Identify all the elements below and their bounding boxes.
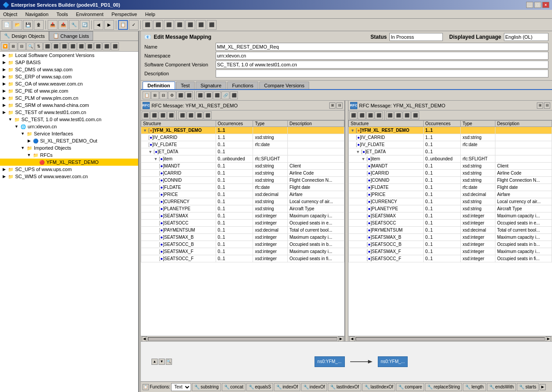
node-expand-3[interactable]: ▼: [148, 150, 152, 154]
left-table-row-6[interactable]: [●]CARRID 0..1 xsd:string Airline Code: [141, 170, 344, 177]
right-table-row-17[interactable]: [●]SEATSMAX_F 0..1 xsd:integer Maximum c…: [349, 248, 552, 255]
activate-button[interactable]: 📋: [118, 20, 128, 30]
tree-item-12[interactable]: ▼📁Service Interfaces: [0, 130, 138, 137]
right-table-row-0[interactable]: ▼ [●]YFM_XL_REST_DEMO 1..1: [349, 127, 552, 134]
right-scroll-track[interactable]: [356, 337, 545, 341]
left-pane-expand[interactable]: ⊞: [329, 102, 335, 109]
tree-expander-10[interactable]: ▼: [7, 116, 13, 122]
tree-item-14[interactable]: ▼📁Imported Objects: [0, 144, 138, 151]
map-btn9[interactable]: ⬛: [213, 91, 221, 99]
tree-item-16[interactable]: 🔴YFM_XL_REST_DEMO: [0, 159, 138, 166]
tree-item-1[interactable]: ▶📁Local Software Component Versions: [0, 52, 138, 59]
nav2-button[interactable]: ⬛: [153, 20, 163, 30]
left-table-row-18[interactable]: [●]SEATSOCC_F 0..1 xsd:integer Occupied …: [141, 255, 344, 262]
right-node-expand-3[interactable]: ▼: [356, 150, 360, 154]
rp-btn3[interactable]: ⬛: [366, 111, 374, 119]
func-equalss[interactable]: 🔧 equalsS: [246, 383, 273, 391]
left-table-row-16[interactable]: [●]SEATSOCC_B 0..1 xsd:integer Occupied …: [141, 241, 344, 248]
tree-expander-12[interactable]: ▼: [20, 131, 26, 137]
nav3-button[interactable]: ⬛: [164, 20, 174, 30]
tree-expander-16[interactable]: [32, 159, 38, 165]
right-table-row-7[interactable]: [●]CONNID 0..1 xsd:string Flight Connect…: [349, 177, 552, 184]
right-pane-expand[interactable]: ⊞: [537, 102, 543, 109]
left-btn6[interactable]: ⬛: [43, 42, 51, 50]
tree-expander-11[interactable]: ▼: [13, 123, 20, 130]
tree-expander-17[interactable]: ▶: [1, 166, 7, 172]
tree-expander-9[interactable]: ▶: [1, 109, 7, 115]
left-table-row-11[interactable]: [●]PLANETYPE 0..1 xsd:string Aircraft Ty…: [141, 205, 344, 212]
right-table-row-11[interactable]: [●]PLANETYPE 0..1 xsd:string Aircraft Ty…: [349, 205, 552, 212]
map-btn4[interactable]: ⚙: [168, 91, 176, 99]
func-concat[interactable]: 🔧 concat: [222, 383, 245, 391]
tab-functions[interactable]: Functions: [227, 82, 258, 89]
left-table-row-3[interactable]: ▼ [●]ET_DATA 0..1: [141, 148, 344, 155]
rp-btn7[interactable]: ⬛: [403, 111, 411, 119]
bottom-scroll-right[interactable]: ▶: [540, 384, 546, 390]
right-table-row-14[interactable]: [●]PAYMENTSUM 0..1 xsd:decimal Total of …: [349, 227, 552, 234]
vis-down-btn[interactable]: ▼: [159, 359, 165, 365]
rp-btn2[interactable]: ⬛: [358, 111, 366, 119]
source-map-node[interactable]: ns0:YFM_...: [315, 356, 345, 367]
left-table-row-9[interactable]: [●]PRICE 0..1 xsd:decimal Airfare: [141, 191, 344, 198]
tree-expander-1[interactable]: ▶: [1, 52, 7, 58]
tree-item-2[interactable]: ▶📁SAP BASIS: [0, 59, 138, 66]
left-table-row-0[interactable]: ▼ [●]YFM_XL_REST_DEMO 1..1: [141, 127, 344, 134]
right-table-row-16[interactable]: [●]SEATSOCC_B 0..1 xsd:integer Occupied …: [349, 241, 552, 248]
lp-btn7[interactable]: ⬛: [195, 111, 203, 119]
map-btn3[interactable]: ⊟: [159, 91, 168, 99]
tree-expander-8[interactable]: ▶: [1, 102, 7, 108]
menu-help[interactable]: Help: [144, 11, 157, 17]
left-table-row-2[interactable]: [●]IV_FLDATE 0..1 rfc:date: [141, 141, 344, 148]
maximize-button[interactable]: □: [534, 2, 541, 8]
right-table-row-4[interactable]: ▼ [●]item 0..unbounded rfc:SFLIGHT: [349, 155, 552, 163]
right-table-row-5[interactable]: [●]MANDT 0..1 xsd:string Client: [349, 163, 552, 170]
func-replacestring[interactable]: 🔧 replaceString: [425, 383, 462, 391]
export-button[interactable]: 📤: [58, 20, 68, 30]
menu-object[interactable]: Object: [2, 11, 19, 17]
left-btn9[interactable]: ⬛: [69, 42, 77, 50]
right-table-row-1[interactable]: [●]IV_CARRID 1..1 xsd:string: [349, 134, 552, 141]
minimize-button[interactable]: _: [526, 2, 533, 8]
right-pane-collapse[interactable]: ⊟: [544, 102, 550, 109]
window-controls[interactable]: _ □ ×: [526, 2, 549, 8]
func-starts[interactable]: 🔧 starts: [517, 383, 538, 391]
tree-expander-13[interactable]: ▶: [26, 138, 32, 144]
tree-item-18[interactable]: ▶📁SC_WMS of www.weaver.com.cn: [0, 173, 138, 180]
save-button[interactable]: 💾: [23, 20, 33, 30]
scv-field[interactable]: [216, 61, 548, 69]
left-pane-collapse[interactable]: ⊟: [336, 102, 343, 109]
left-table-row-5[interactable]: [●]MANDT 0..1 xsd:string Client: [141, 163, 344, 170]
left-scroll-track[interactable]: [148, 337, 337, 341]
lp-btn4[interactable]: ⬛: [167, 111, 175, 119]
left-table-row-17[interactable]: [●]SEATSMAX_F 0..1 xsd:integer Maximum c…: [141, 248, 344, 255]
target-map-node[interactable]: ns0:YFM_...: [378, 356, 408, 367]
right-scroll-right[interactable]: ▶: [546, 336, 551, 342]
map-btn1[interactable]: 📋: [143, 91, 151, 99]
tree-expander-15[interactable]: ▼: [26, 152, 32, 158]
func-compare[interactable]: 🔧 compare: [396, 383, 424, 391]
nav4-button[interactable]: ⬛: [175, 20, 184, 30]
tree-expander-7[interactable]: ▶: [1, 95, 7, 101]
node-expand-4[interactable]: ▼: [154, 157, 158, 161]
node-expand-0[interactable]: ▼: [143, 128, 147, 133]
tree-expander-6[interactable]: ▶: [1, 88, 7, 94]
func-endswith[interactable]: 🔧 endsWith: [487, 383, 516, 391]
left-btn10[interactable]: ⬛: [77, 42, 85, 50]
sort-button[interactable]: ⇅: [35, 42, 43, 50]
tree-expander-3[interactable]: ▶: [1, 66, 7, 73]
tree-item-17[interactable]: ▶📁SC_UPS of www.ups.com: [0, 166, 138, 173]
map-btn7[interactable]: ⬛: [196, 91, 204, 99]
expand-button[interactable]: ⊞: [9, 42, 17, 50]
name-field[interactable]: [216, 43, 548, 51]
left-btn12[interactable]: ⬛: [94, 42, 102, 50]
tab-test[interactable]: Test: [176, 82, 195, 89]
vis-up-btn[interactable]: ▲: [151, 359, 158, 365]
tree-item-13[interactable]: ▶🔵SI_XL_REST_DEMO_Out: [0, 137, 138, 144]
rp-btn8[interactable]: ⬛: [411, 111, 419, 119]
left-btn11[interactable]: ⬛: [86, 42, 94, 50]
right-node-expand-4[interactable]: ▼: [361, 157, 365, 161]
lp-btn3[interactable]: ⬛: [159, 111, 167, 119]
nav5-button[interactable]: ⬛: [185, 20, 195, 30]
search-left-button[interactable]: 🔍: [26, 42, 34, 50]
tree-expander-14[interactable]: ▼: [20, 145, 26, 151]
